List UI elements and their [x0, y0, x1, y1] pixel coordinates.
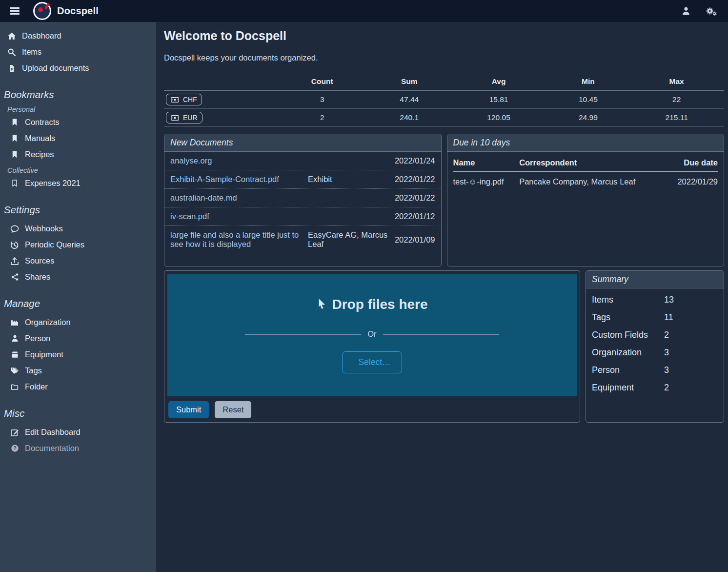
misc-heading: Misc: [4, 408, 156, 419]
sidebar-item-label: Upload documents: [22, 63, 89, 73]
menu-toggle-button[interactable]: [7, 4, 22, 18]
sidebar-item-shares[interactable]: Shares: [0, 269, 156, 285]
table-row: EUR 2 240.1 120.05 24.99 215.11: [164, 109, 724, 127]
panel-title: Due in 10 days: [447, 134, 724, 152]
new-documents-panel: New Documents analyse.org 2022/01/24 Exh…: [164, 134, 442, 266]
sidebar-item-sources[interactable]: Sources: [0, 253, 156, 269]
settings-menu-button[interactable]: [705, 5, 718, 17]
sidebar-item-folder[interactable]: Folder: [0, 379, 156, 395]
mouse-pointer-icon: [316, 298, 327, 311]
person-icon: [10, 334, 20, 343]
file-dropzone[interactable]: Drop files here Or Select…: [167, 274, 577, 396]
box-icon: [10, 350, 20, 359]
sidebar-item-label: Dasbhoard: [22, 31, 61, 41]
industry-icon: [10, 318, 20, 327]
user-icon: [681, 6, 691, 16]
document-link[interactable]: Exhibit-A-Sample-Contract.pdf: [170, 175, 308, 184]
sidebar-item-items[interactable]: Items: [0, 44, 156, 60]
top-navbar: Docspell: [0, 0, 728, 22]
stats-col-avg: Avg: [450, 73, 547, 91]
document-link[interactable]: analyse.org: [170, 156, 308, 165]
sidebar-item-dashboard[interactable]: Dasbhoard: [0, 28, 156, 44]
panel-title: New Documents: [164, 134, 441, 152]
sidebar-item-person[interactable]: Person: [0, 330, 156, 347]
bookmark-outline-icon: [10, 179, 20, 187]
bookmark-icon: [10, 118, 20, 126]
submit-button[interactable]: Submit: [168, 401, 209, 418]
upload-panel: Drop files here Or Select… Submit Reset: [164, 270, 580, 423]
bookmarks-heading: Bookmarks: [4, 89, 156, 101]
upload-icon: [10, 257, 20, 266]
user-menu-button[interactable]: [680, 5, 692, 17]
reset-button[interactable]: Reset: [215, 401, 251, 418]
brand[interactable]: Docspell: [33, 2, 99, 20]
stats-col-count: Count: [276, 73, 368, 91]
due-panel: Due in 10 days Name Correspondent Due da…: [447, 134, 725, 266]
list-item: Exhibit-A-Sample-Contract.pdf Exhibit 20…: [164, 170, 441, 188]
sidebar-item-label: Expenses 2021: [25, 179, 81, 188]
sidebar-item-equipment[interactable]: Equipment: [0, 347, 156, 363]
hamburger-icon: [10, 7, 20, 9]
sidebar-item-edit-dashboard[interactable]: Edit Dashboard: [0, 424, 156, 440]
summary-row-items: Items13: [586, 291, 724, 308]
sidebar: Dasbhoard Items Upload documents Bookmar…: [0, 22, 156, 572]
document-link[interactable]: test-☺-ing.pdf: [453, 171, 520, 192]
svg-text:?: ?: [13, 446, 16, 451]
select-files-button[interactable]: Select…: [342, 351, 402, 373]
history-icon: [10, 241, 20, 249]
bookmarks-group-collective: Collective: [7, 166, 156, 174]
list-item: large file and also a large title just t…: [164, 225, 441, 253]
money-bill-icon: [171, 97, 179, 102]
file-upload-icon: [7, 64, 17, 73]
sidebar-item-expenses-2021[interactable]: Expenses 2021: [0, 175, 156, 191]
question-circle-icon: ?: [10, 444, 20, 452]
sidebar-item-webhooks[interactable]: Webhooks: [0, 221, 156, 237]
sidebar-item-contracts[interactable]: Contracts: [0, 114, 156, 130]
list-item: analyse.org 2022/01/24: [164, 152, 441, 170]
due-table: Name Correspondent Due date test-☺-ing.p…: [453, 155, 718, 192]
summary-row-custom-fields: Custom Fields2: [586, 326, 724, 344]
money-bill-icon: [171, 115, 179, 121]
table-row: test-☺-ing.pdf Pancake Company, Marcus L…: [453, 171, 718, 192]
sidebar-item-label: Documentation: [25, 444, 79, 453]
summary-row-organization: Organization3: [586, 344, 724, 361]
sidebar-item-manuals[interactable]: Manuals: [0, 130, 156, 146]
sidebar-item-documentation[interactable]: ? Documentation: [0, 440, 156, 456]
document-link[interactable]: large file and also a large title just t…: [170, 230, 308, 249]
sidebar-item-label: Contracts: [25, 118, 60, 127]
stats-col-currency: [164, 73, 276, 91]
search-icon: [7, 48, 17, 57]
sidebar-item-label: Folder: [25, 382, 48, 391]
sidebar-item-label: Manuals: [25, 134, 55, 143]
house-icon: [7, 32, 17, 41]
summary-row-equipment: Equipment2: [586, 379, 724, 396]
currency-badge: CHF: [166, 94, 202, 105]
sidebar-item-tags[interactable]: Tags: [0, 363, 156, 379]
app-title: Docspell: [57, 5, 99, 17]
document-link[interactable]: iv-scan.pdf: [170, 212, 308, 221]
sidebar-item-label: Recipes: [25, 150, 54, 159]
sidebar-item-recipes[interactable]: Recipes: [0, 146, 156, 163]
page-title: Welcome to Docspell: [164, 29, 724, 43]
page-subtitle: Docspell keeps your documents organized.: [164, 53, 724, 62]
due-col-correspondent: Correspondent: [519, 155, 654, 171]
stats-col-max: Max: [629, 73, 724, 91]
dropzone-title: Drop files here: [316, 297, 427, 312]
bookmark-icon: [10, 134, 20, 143]
pen-square-icon: [10, 428, 20, 437]
summary-row-tags: Tags11: [586, 308, 724, 326]
summary-panel: Summary Items13 Tags11 Custom Fields2 Or…: [586, 270, 724, 423]
table-row: CHF 3 47.44 15.81 10.45 22: [164, 91, 724, 109]
sidebar-item-upload-documents[interactable]: Upload documents: [0, 60, 156, 76]
sidebar-item-organization[interactable]: Organization: [0, 314, 156, 330]
comment-icon: [10, 225, 20, 233]
summary-row-person: Person3: [586, 361, 724, 379]
document-link[interactable]: australian-date.md: [170, 193, 308, 203]
sidebar-item-label: Tags: [25, 366, 42, 375]
sidebar-item-label: Equipment: [25, 350, 63, 359]
main-content: Welcome to Docspell Docspell keeps your …: [156, 22, 728, 572]
currency-badge: EUR: [166, 112, 202, 123]
gears-icon: [706, 6, 717, 16]
sidebar-item-periodic-queries[interactable]: Periodic Queries: [0, 237, 156, 253]
or-divider: Or: [245, 330, 499, 339]
